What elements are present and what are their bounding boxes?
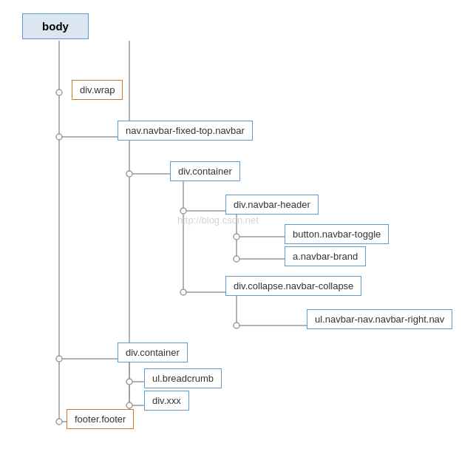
node-body: body: [22, 13, 89, 39]
node-ul-breadcrumb: ul.breadcrumb: [144, 368, 222, 388]
connector-lines: [0, 0, 476, 452]
node-button-navbar-toggle: button.navbar-toggle: [285, 224, 389, 244]
node-a-navbar-brand: a.navbar-brand: [285, 246, 366, 266]
node-div-xxx: div.xxx: [144, 391, 189, 411]
svg-point-7: [126, 171, 132, 177]
node-footer-footer: footer.footer: [67, 409, 134, 429]
node-nav: nav.navbar-fixed-top.navbar: [118, 121, 253, 141]
svg-point-4: [56, 134, 62, 140]
watermark: http://blog.csdn.net: [177, 215, 259, 226]
diagram-container: body div.wrap nav.navbar-fixed-top.navba…: [0, 0, 476, 452]
svg-point-27: [126, 402, 132, 408]
svg-point-20: [234, 323, 239, 328]
node-div-container-1: div.container: [170, 161, 240, 181]
svg-point-2: [56, 90, 62, 95]
node-divwrap: div.wrap: [72, 80, 123, 100]
node-ul-navbar-nav: ul.navbar-nav.navbar-right.nav: [307, 309, 452, 329]
node-div-collapse: div.collapse.navbar-collapse: [225, 276, 361, 296]
node-div-container-2: div.container: [118, 343, 188, 362]
svg-point-22: [56, 356, 62, 362]
svg-point-15: [234, 256, 239, 262]
node-div-navbar-header: div.navbar-header: [225, 195, 319, 215]
svg-point-17: [180, 289, 186, 295]
svg-point-10: [180, 208, 186, 214]
svg-point-25: [126, 379, 132, 385]
svg-point-29: [56, 419, 62, 425]
svg-point-13: [234, 234, 239, 240]
